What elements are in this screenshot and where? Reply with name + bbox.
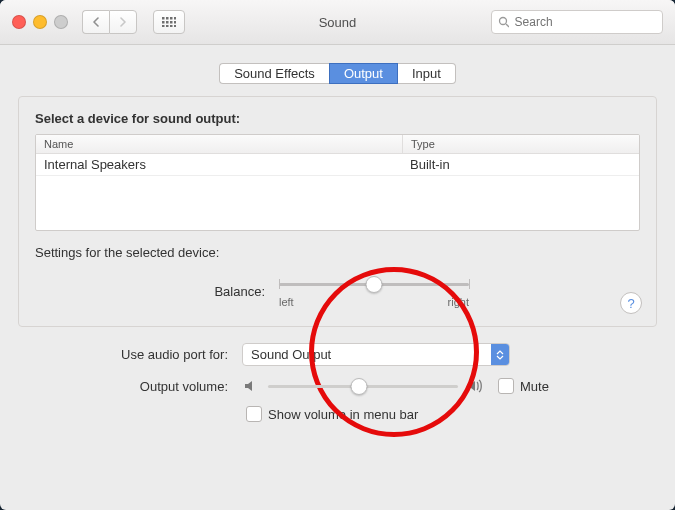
svg-rect-2: [170, 17, 173, 20]
close-icon[interactable]: [12, 15, 26, 29]
slider-knob[interactable]: [351, 378, 368, 395]
svg-rect-3: [174, 17, 176, 20]
volume-low-icon: [242, 377, 260, 395]
svg-point-12: [500, 18, 507, 25]
table-header: Name Type: [36, 135, 639, 154]
svg-rect-7: [174, 21, 176, 24]
svg-rect-11: [174, 25, 176, 27]
footer: Use audio port for: Sound Output Output …: [18, 343, 657, 422]
svg-rect-6: [170, 21, 173, 24]
device-type: Built-in: [402, 154, 458, 175]
slider-knob[interactable]: [366, 276, 383, 293]
settings-label: Settings for the selected device:: [35, 245, 640, 260]
output-panel: Select a device for sound output: Name T…: [18, 96, 657, 327]
svg-rect-1: [166, 17, 169, 20]
svg-rect-4: [162, 21, 165, 24]
show-all-button[interactable]: [153, 10, 185, 34]
audio-port-select[interactable]: Sound Output: [242, 343, 510, 366]
mute-checkbox[interactable]: [498, 378, 514, 394]
svg-rect-9: [166, 25, 169, 27]
balance-slider[interactable]: [279, 274, 469, 294]
output-volume-label: Output volume:: [18, 379, 242, 394]
device-table: Name Type Internal Speakers Built-in: [35, 134, 640, 231]
sound-preferences-window: Sound Sound Effects Output Input Select …: [0, 0, 675, 510]
tab-sound-effects[interactable]: Sound Effects: [219, 63, 329, 84]
tab-output[interactable]: Output: [329, 63, 398, 84]
select-arrows-icon: [491, 344, 509, 365]
help-button[interactable]: ?: [620, 292, 642, 314]
slider-tick-right: [469, 279, 470, 289]
mute-label: Mute: [520, 379, 549, 394]
col-type[interactable]: Type: [403, 135, 443, 153]
balance-label: Balance:: [35, 284, 279, 299]
slider-tick-left: [279, 279, 280, 289]
table-empty-space: [36, 176, 639, 230]
forward-button[interactable]: [109, 10, 137, 34]
window-controls: [12, 15, 68, 29]
svg-rect-10: [170, 25, 173, 27]
svg-rect-5: [166, 21, 169, 24]
search-input[interactable]: [513, 14, 656, 30]
audio-port-label: Use audio port for:: [18, 347, 242, 362]
minimize-icon[interactable]: [33, 15, 47, 29]
balance-sublabels: left right: [279, 296, 469, 308]
volume-high-icon: [466, 377, 484, 395]
balance-right-label: right: [448, 296, 469, 308]
nav-buttons: [82, 10, 137, 34]
panel-heading: Select a device for sound output:: [35, 111, 640, 126]
search-field[interactable]: [491, 10, 663, 34]
titlebar: Sound: [0, 0, 675, 45]
show-in-menubar-label: Show volume in menu bar: [268, 407, 418, 422]
search-icon: [498, 16, 509, 28]
svg-line-13: [506, 24, 509, 27]
audio-port-value: Sound Output: [251, 347, 331, 362]
tab-bar: Sound Effects Output Input: [18, 63, 657, 84]
back-button[interactable]: [82, 10, 109, 34]
show-in-menubar-checkbox[interactable]: [246, 406, 262, 422]
zoom-icon: [54, 15, 68, 29]
col-name[interactable]: Name: [36, 135, 403, 153]
output-volume-slider[interactable]: [268, 376, 458, 396]
table-row[interactable]: Internal Speakers Built-in: [36, 154, 639, 176]
balance-left-label: left: [279, 296, 294, 308]
svg-rect-0: [162, 17, 165, 20]
svg-rect-8: [162, 25, 165, 27]
tab-input[interactable]: Input: [398, 63, 456, 84]
device-name: Internal Speakers: [36, 154, 402, 175]
